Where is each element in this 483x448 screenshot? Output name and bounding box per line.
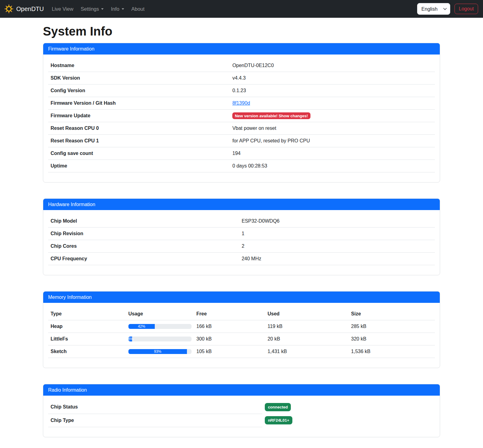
size-cell: 285 kB bbox=[349, 320, 435, 333]
row-value: 8f1390d bbox=[230, 97, 435, 110]
column-header-size: Size bbox=[349, 308, 435, 320]
usage-cell: 6% bbox=[126, 333, 194, 345]
nav-item-live-view[interactable]: Live View bbox=[52, 4, 73, 14]
firmware-table: Hostname OpenDTU-0E12C0 SDK Version v4.4… bbox=[48, 59, 435, 172]
language-select-wrap: English bbox=[417, 3, 450, 15]
new-version-badge[interactable]: New version available! Show changes! bbox=[232, 112, 310, 119]
language-select[interactable]: English bbox=[417, 3, 450, 15]
card-body: Type Usage Free Used Size Heap 42% bbox=[43, 303, 440, 368]
git-hash-link[interactable]: 8f1390d bbox=[232, 100, 250, 106]
card-body: Chip Status connected Chip Type nRF24L01… bbox=[43, 396, 440, 437]
table-row-sdk-version: SDK Version v4.4.3 bbox=[48, 72, 435, 85]
table-row-reset-reason-cpu1: Reset Reason CPU 1 for APP CPU, reseted … bbox=[48, 135, 435, 147]
row-value: Vbat power on reset bbox=[230, 122, 435, 135]
nav-item-label: Live View bbox=[52, 6, 73, 12]
free-cell: 105 kB bbox=[194, 345, 265, 358]
caret-down-icon bbox=[101, 8, 104, 10]
table-row-uptime: Uptime 0 days 00:28:53 bbox=[48, 160, 435, 172]
nav-item-about[interactable]: About bbox=[131, 4, 145, 14]
row-value: v4.4.3 bbox=[230, 72, 435, 85]
row-label: CPU Frequency bbox=[48, 253, 239, 265]
sketch-progress-bar: 93% bbox=[128, 349, 187, 354]
row-label: SDK Version bbox=[48, 72, 230, 85]
brand-link[interactable]: OpenDTU bbox=[4, 4, 44, 13]
row-value: nRF24L01+ bbox=[262, 414, 435, 427]
caret-down-icon bbox=[122, 8, 124, 10]
row-value: for APP CPU, reseted by PRO CPU bbox=[230, 135, 435, 147]
hardware-table: Chip Model ESP32-D0WDQ6 Chip Revision 1 … bbox=[48, 215, 435, 265]
table-row-sketch: Sketch 93% 105 kB 1,431 kB 1,536 kB bbox=[48, 345, 435, 358]
row-value: 240 MHz bbox=[239, 253, 435, 265]
table-row-chip-model: Chip Model ESP32-D0WDQ6 bbox=[48, 215, 435, 228]
littlefs-progress-bar: 6% bbox=[128, 337, 132, 341]
row-label: Firmware Version / Git Hash bbox=[48, 97, 230, 110]
card-header: Hardware Information bbox=[43, 199, 440, 210]
row-label: Firmware Update bbox=[48, 110, 230, 122]
row-value: connected bbox=[262, 401, 435, 414]
row-label: LittleFs bbox=[48, 333, 126, 345]
main-content: System Info Firmware Information Hostnam… bbox=[39, 18, 444, 437]
row-label: Chip Model bbox=[48, 215, 239, 228]
row-value: 194 bbox=[230, 147, 435, 160]
free-cell: 300 kB bbox=[194, 333, 265, 345]
sketch-progress: 93% bbox=[128, 349, 192, 354]
table-row-chip-revision: Chip Revision 1 bbox=[48, 228, 435, 240]
memory-table: Type Usage Free Used Size Heap 42% bbox=[48, 308, 435, 358]
firmware-information-card: Firmware Information Hostname OpenDTU-0E… bbox=[43, 43, 440, 183]
heap-progress: 42% bbox=[128, 324, 192, 329]
radio-information-card: Radio Information Chip Status connected … bbox=[43, 384, 440, 437]
card-body: Hostname OpenDTU-0E12C0 SDK Version v4.4… bbox=[43, 55, 440, 182]
table-row-config-save-count: Config save count 194 bbox=[48, 147, 435, 160]
chip-type-badge: nRF24L01+ bbox=[265, 416, 292, 424]
row-value: ESP32-D0WDQ6 bbox=[239, 215, 435, 228]
card-header: Memory Information bbox=[43, 292, 440, 303]
page-title: System Info bbox=[43, 24, 440, 39]
row-value: 1 bbox=[239, 228, 435, 240]
memory-table-header-row: Type Usage Free Used Size bbox=[48, 308, 435, 320]
table-row-hostname: Hostname OpenDTU-0E12C0 bbox=[48, 59, 435, 72]
table-row-firmware-update: Firmware Update New version available! S… bbox=[48, 110, 435, 122]
used-cell: 1,431 kB bbox=[265, 345, 349, 358]
nav-item-info[interactable]: Info bbox=[111, 4, 124, 14]
table-row-heap: Heap 42% 166 kB 119 kB 285 kB bbox=[48, 320, 435, 333]
table-row-config-version: Config Version 0.1.23 bbox=[48, 85, 435, 97]
size-cell: 1,536 kB bbox=[349, 345, 435, 358]
free-cell: 166 kB bbox=[194, 320, 265, 333]
nav-item-settings[interactable]: Settings bbox=[81, 4, 104, 14]
memory-information-card: Memory Information Type Usage Free Used … bbox=[43, 291, 440, 368]
card-header: Firmware Information bbox=[43, 43, 440, 55]
usage-cell: 42% bbox=[126, 320, 194, 333]
radio-table: Chip Status connected Chip Type nRF24L01… bbox=[48, 401, 435, 427]
table-row-chip-type: Chip Type nRF24L01+ bbox=[48, 414, 435, 427]
sun-icon bbox=[4, 4, 13, 13]
hardware-information-card: Hardware Information Chip Model ESP32-D0… bbox=[43, 198, 440, 275]
nav-item-label: Settings bbox=[81, 6, 99, 12]
logout-button[interactable]: Logout bbox=[454, 4, 478, 14]
usage-cell: 93% bbox=[126, 345, 194, 358]
row-label: Chip Revision bbox=[48, 228, 239, 240]
littlefs-progress: 6% bbox=[128, 337, 192, 341]
navbar: OpenDTU Live View Settings Info About En… bbox=[0, 0, 483, 18]
row-label: Config save count bbox=[48, 147, 230, 160]
row-label: Chip Cores bbox=[48, 240, 239, 253]
size-cell: 320 kB bbox=[349, 333, 435, 345]
row-label: Chip Status bbox=[48, 401, 262, 414]
table-row-cpu-frequency: CPU Frequency 240 MHz bbox=[48, 253, 435, 265]
column-header-free: Free bbox=[194, 308, 265, 320]
table-row-chip-cores: Chip Cores 2 bbox=[48, 240, 435, 253]
card-header: Radio Information bbox=[43, 384, 440, 396]
chip-status-badge: connected bbox=[265, 403, 291, 411]
row-label: Sketch bbox=[48, 345, 126, 358]
column-header-type: Type bbox=[48, 308, 126, 320]
nav-item-label: About bbox=[131, 6, 145, 12]
row-value: New version available! Show changes! bbox=[230, 110, 435, 122]
brand-label: OpenDTU bbox=[16, 6, 44, 13]
row-value: 0 days 00:28:53 bbox=[230, 160, 435, 172]
table-row-git-hash: Firmware Version / Git Hash 8f1390d bbox=[48, 97, 435, 110]
card-body: Chip Model ESP32-D0WDQ6 Chip Revision 1 … bbox=[43, 210, 440, 275]
row-value: 0.1.23 bbox=[230, 85, 435, 97]
row-label: Config Version bbox=[48, 85, 230, 97]
used-cell: 119 kB bbox=[265, 320, 349, 333]
nav-links: Live View Settings Info About bbox=[48, 4, 148, 14]
nav-item-label: Info bbox=[111, 6, 120, 12]
